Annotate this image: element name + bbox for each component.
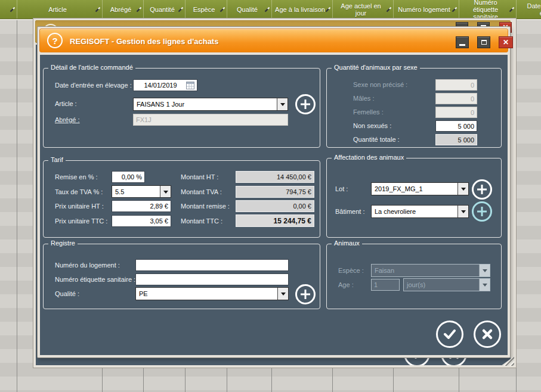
group-quantites: Quantité d'animaux par sexe Sexe non pré… [326, 68, 502, 148]
group-legend: Détail de l'article commandé [48, 64, 135, 71]
combo-arrow-icon[interactable] [457, 206, 468, 217]
validate-button[interactable] [436, 321, 463, 348]
wrench-icon [324, 6, 332, 13]
cancel-button[interactable] [474, 321, 501, 348]
group-legend: Registre [48, 239, 78, 247]
numero-etiquette-field[interactable] [135, 273, 289, 285]
non-sexues-field[interactable]: 5 000 [435, 120, 477, 132]
remise-label: Remise en % : [55, 173, 98, 181]
combo-arrow-icon [479, 279, 490, 291]
non-sexues-label: Non sexués : [353, 122, 391, 129]
close-button[interactable]: ✕ [499, 36, 513, 48]
column-header-age-livraison[interactable]: Age à la livraison [272, 0, 333, 18]
group-registre: Registre Numéro du logement : Numéro éti… [43, 244, 320, 309]
males-field: 0 [435, 93, 477, 104]
sexe-non-precise-label: Sexe non précisé : [353, 81, 407, 88]
wrench-icon [177, 6, 184, 13]
date-entree-label: Date d'entrée en élevage : [55, 82, 132, 89]
lot-combo[interactable]: 2019_FX_MG_1 [371, 182, 469, 195]
grid-header: Article Abrégé Quantité Espèce Qualité A… [0, 0, 541, 19]
column-header-numero-logement[interactable]: Numéro logement [394, 0, 459, 18]
pu-ttc-field[interactable]: 3,05 € [112, 215, 171, 227]
quantite-totale-label: Quantité totale : [353, 136, 400, 143]
group-animaux: Animaux Espèce : Faisan Age : 1 jour(s) [326, 244, 502, 309]
wrench-icon [451, 6, 458, 13]
batiment-label: Bâtiment : [335, 208, 365, 215]
column-header-qualite[interactable]: Qualité [227, 0, 272, 18]
combo-arrow-icon[interactable] [277, 288, 288, 300]
numero-etiquette-label: Numéro étiquette sanitaire : [55, 276, 135, 283]
combo-arrow-icon[interactable] [160, 186, 171, 197]
column-header-abrege[interactable]: Abrégé [103, 0, 144, 18]
column-label: Abrégé [110, 6, 131, 13]
quantite-totale-field: 5 000 [435, 134, 477, 145]
add-batiment-button[interactable] [472, 201, 492, 222]
help-icon[interactable]: ? [47, 33, 63, 48]
tva-label: Taux de TVA % : [55, 188, 103, 195]
mt-remise-field: 0,00 € [236, 200, 314, 212]
column-label: Age à la livraison [275, 6, 325, 13]
femelles-label: Femelles : [353, 108, 384, 116]
males-label: Mâles : [353, 95, 374, 102]
abrege-value: FX1J [136, 116, 152, 123]
sexe-non-precise-field: 0 [435, 79, 477, 91]
column-header-age-actuel[interactable]: Age actuel en jour [333, 0, 394, 18]
add-qualite-button[interactable] [295, 284, 316, 304]
batiment-combo[interactable]: La chevroliere [371, 205, 469, 218]
abrege-label: Abrégé : [55, 116, 80, 123]
date-entree-field[interactable]: 14/01/2019 [133, 79, 197, 91]
column-label: Numéro étiquette sanitaire [461, 0, 510, 20]
column-header-espece[interactable]: Espèce [186, 0, 227, 18]
qualite-combo[interactable]: PE [135, 287, 289, 300]
dialog-titlebar[interactable]: ? REGISOFT - Gestion des lignes d'achats… [39, 29, 508, 52]
femelles-field: 0 [435, 107, 477, 118]
column-header-tool[interactable] [0, 0, 17, 18]
add-lot-button[interactable] [472, 179, 492, 200]
group-affectation: Affectation des animaux Lot : 2019_FX_MG… [326, 158, 502, 238]
mt-ht-label: Montant HT : [181, 173, 218, 181]
combo-arrow-icon[interactable] [457, 183, 468, 195]
column-header-article[interactable]: Article [17, 0, 103, 18]
grid-column [517, 20, 541, 392]
wrench-icon [135, 6, 143, 13]
minimize-button[interactable] [456, 36, 469, 48]
add-article-button[interactable] [295, 94, 316, 114]
numero-logement-field[interactable] [135, 259, 289, 271]
grid-column [0, 20, 17, 392]
age-unit-value: jour(s) [407, 281, 425, 288]
group-legend: Affectation des animaux [332, 154, 406, 161]
column-header-etiquette[interactable]: Numéro étiquette sanitaire [459, 0, 517, 18]
maximize-button[interactable] [477, 36, 490, 48]
tva-combo[interactable]: 5.5 [112, 185, 171, 198]
group-legend: Tarif [48, 156, 66, 163]
article-label: Article : [55, 100, 77, 107]
column-label: Date d'entrée en élevage [518, 2, 541, 17]
calendar-icon[interactable] [186, 82, 194, 89]
column-header-quantite[interactable]: Quantité [144, 0, 186, 18]
dialog-content: Détail de l'article commandé Date d'entr… [40, 55, 508, 355]
screen: Article Abrégé Quantité Espèce Qualité A… [0, 0, 541, 392]
group-tarif: Tarif Remise en % : 0,00 % Taux de TVA %… [43, 160, 320, 238]
dialog-title: REGISOFT - Gestion des lignes d'achats [70, 37, 218, 46]
lot-value: 2019_FX_MG_1 [375, 185, 423, 192]
maximize-icon [481, 40, 487, 45]
remise-field[interactable]: 0,00 % [112, 171, 145, 183]
pu-ht-field[interactable]: 2,89 € [112, 200, 171, 212]
batiment-value: La chevroliere [375, 208, 416, 215]
minimize-icon [459, 44, 465, 46]
article-value: FAISANS 1 Jour [137, 101, 184, 108]
mt-remise-label: Montant remise : [181, 203, 230, 210]
age-unit-combo: jour(s) [403, 278, 490, 291]
column-label: Article [48, 6, 67, 13]
article-combo[interactable]: FAISANS 1 Jour [133, 98, 288, 111]
wrench-icon [94, 6, 101, 13]
combo-arrow-icon[interactable] [277, 98, 287, 110]
cancel-icon [480, 327, 494, 341]
mt-tva-label: Montant TVA : [181, 188, 222, 195]
column-header-date-entree[interactable]: Date d'entrée en élevage [517, 0, 541, 18]
column-label: Espèce [193, 6, 215, 13]
pu-ht-label: Prix unitaire HT : [55, 203, 104, 210]
qualite-value: PE [139, 290, 148, 297]
wrench-icon [264, 6, 271, 13]
espece-label: Espèce : [338, 267, 364, 274]
